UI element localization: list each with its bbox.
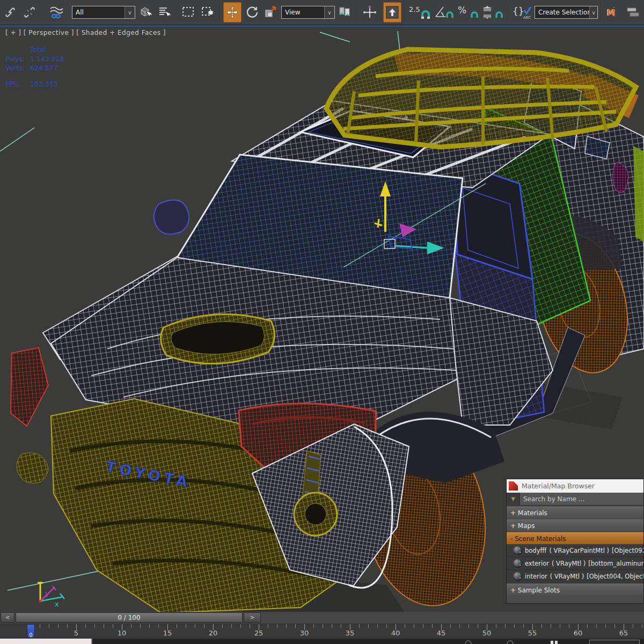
named-selection-sets-icon[interactable]: {}ABC xyxy=(512,2,533,23)
current-frame-indicator[interactable]: 0 xyxy=(27,624,35,639)
partial-icon xyxy=(465,640,472,644)
percent-glyph: % xyxy=(458,5,466,16)
material-row-interior[interactable]: interior ( VRayMtl ) [Object004, Object xyxy=(507,570,643,583)
tick-label: 45 xyxy=(437,629,446,637)
svg-text:ABC: ABC xyxy=(523,16,531,20)
material-browser-title: Material/Map Browser xyxy=(522,482,595,490)
percent-snap-icon[interactable]: % xyxy=(457,2,481,23)
partial-icon xyxy=(507,640,514,644)
reference-coordinate-dropdown[interactable]: View ∨ xyxy=(281,6,335,19)
material-type: ( VRayCarPaintMtl ) xyxy=(549,547,609,554)
tick-label: 30 xyxy=(300,629,309,637)
snaps-toggle-icon[interactable]: 2.5 xyxy=(408,2,433,23)
stats-verts-label: Verts: xyxy=(5,63,30,72)
mirror-icon[interactable]: MM xyxy=(604,2,623,23)
unlink-selection-icon[interactable] xyxy=(20,2,39,23)
selection-filter-dropdown[interactable]: All ∨ xyxy=(72,6,135,19)
material-sphere-icon xyxy=(513,572,522,581)
tick-label: 10 xyxy=(118,629,127,637)
material-row-exterior[interactable]: exterior ( VRayMtl ) [bottom_aluminum, xyxy=(507,557,643,570)
select-and-link-icon[interactable] xyxy=(1,2,19,23)
tick-label: 35 xyxy=(346,629,355,637)
rectangular-selection-icon[interactable] xyxy=(179,2,197,23)
coord-system-value: View xyxy=(282,9,324,16)
material-type: ( VRayMtl ) xyxy=(550,573,584,580)
material-objects: [Object092 xyxy=(612,547,643,554)
chevron-down-icon: ∨ xyxy=(589,6,597,18)
material-browser-titlebar[interactable]: Material/Map Browser xyxy=(507,479,643,493)
main-toolbar: All ∨ View ∨ 2.5 % xyxy=(0,0,644,25)
viewport-label[interactable]: [ + ] [ Perspective ] [ Shaded + Edged F… xyxy=(5,29,166,36)
window-crossing-icon[interactable] xyxy=(199,2,217,23)
tick-label: 25 xyxy=(254,629,264,637)
material-sphere-icon xyxy=(513,559,522,568)
material-row-bodyfff[interactable]: bodyfff ( VRayCarPaintMtl ) [Object092 xyxy=(507,544,643,557)
material-name: interior xyxy=(525,573,547,580)
tick-label: 5 xyxy=(74,629,78,637)
world-axis-tripod: y x xyxy=(38,582,64,608)
tick-label: 55 xyxy=(528,629,537,637)
stats-polys-value: 1 143 028 xyxy=(30,55,64,63)
select-object-icon[interactable] xyxy=(136,2,155,23)
material-type: ( VRayMtl ) xyxy=(552,560,586,567)
svg-text:x: x xyxy=(55,600,59,608)
partial-icon xyxy=(551,641,553,644)
tick-label: 60 xyxy=(574,629,583,637)
svg-text:2.5: 2.5 xyxy=(409,5,420,13)
search-options-dropdown[interactable]: ▼ xyxy=(507,493,520,505)
tick-label: 65 xyxy=(619,629,628,637)
angle-snap-icon[interactable] xyxy=(434,2,456,23)
select-and-rotate-icon[interactable] xyxy=(243,2,261,23)
material-objects: [Object004, Object xyxy=(587,573,643,580)
select-and-move-icon[interactable] xyxy=(223,2,241,23)
svg-text:y: y xyxy=(45,589,49,597)
material-search-input[interactable]: Search by Name ... xyxy=(520,493,643,505)
material-map-browser: Material/Map Browser ▼ Search by Name ..… xyxy=(506,479,644,604)
material-name: bodyfff xyxy=(525,547,546,554)
selection-filter-value: All xyxy=(72,9,125,16)
select-by-name-icon[interactable] xyxy=(156,2,174,23)
svg-text:M: M xyxy=(607,8,616,18)
partial-icon xyxy=(555,641,558,644)
svg-text:{}: {} xyxy=(513,6,524,17)
stats-verts-value: 624 577 xyxy=(30,64,58,72)
spinner-snap-icon[interactable] xyxy=(482,2,506,23)
previous-frame-button[interactable]: < xyxy=(1,612,14,623)
select-and-manipulate-icon[interactable] xyxy=(361,2,379,23)
stats-fps-label: FPS: xyxy=(5,79,30,89)
group-scene-materials[interactable]: - Scene Materials xyxy=(507,532,643,544)
track-bar-ruler[interactable]: 5 10 15 20 25 30 35 40 45 50 55 60 65 0 … xyxy=(0,624,644,639)
time-slider-handle[interactable]: 0 / 100 xyxy=(16,612,243,623)
group-maps[interactable]: + Maps xyxy=(507,519,643,531)
material-name: exterior xyxy=(525,560,549,567)
tick-label: 40 xyxy=(391,629,400,637)
keyboard-override-icon[interactable] xyxy=(383,2,401,23)
tick-label: 20 xyxy=(209,629,218,637)
timeline-area: < 0 / 100 > 5 10 15 20 25 30 35 40 45 50… xyxy=(0,612,644,644)
stats-fps-value: 103,353 xyxy=(30,80,58,88)
group-sample-slots[interactable]: + Sample Slots xyxy=(507,584,643,596)
next-frame-button[interactable]: > xyxy=(244,612,261,623)
3dsmax-logo-icon xyxy=(509,481,518,491)
stats-polys-label: Polys: xyxy=(5,54,30,63)
tick-label: 15 xyxy=(163,629,172,637)
time-slider-track[interactable]: < 0 / 100 > xyxy=(0,612,644,624)
named-selection-dropdown[interactable]: Create Selection Se ∨ xyxy=(535,6,598,19)
stats-total-header: Total xyxy=(30,46,46,54)
select-and-scale-icon[interactable] xyxy=(262,2,280,23)
tick-label: 50 xyxy=(482,629,492,637)
group-materials[interactable]: + Materials xyxy=(507,507,643,518)
material-objects: [bottom_aluminum, xyxy=(588,560,643,567)
status-bar xyxy=(0,639,644,644)
named-selection-value: Create Selection Se xyxy=(535,9,589,16)
perspective-viewport[interactable]: TOYOTA xyxy=(0,27,644,612)
maxscript-mini-listener[interactable] xyxy=(0,639,92,644)
viewport-statistics: Total Polys:1 143 028 Verts:624 577 FPS:… xyxy=(5,45,64,89)
material-sphere-icon xyxy=(513,546,522,555)
chevron-down-icon: ∨ xyxy=(125,6,135,18)
bind-to-space-warp-icon[interactable] xyxy=(47,2,65,23)
align-icon[interactable] xyxy=(624,2,642,23)
use-pivot-point-icon[interactable] xyxy=(336,2,354,23)
partial-field xyxy=(589,640,640,644)
chevron-down-icon: ∨ xyxy=(324,6,334,18)
